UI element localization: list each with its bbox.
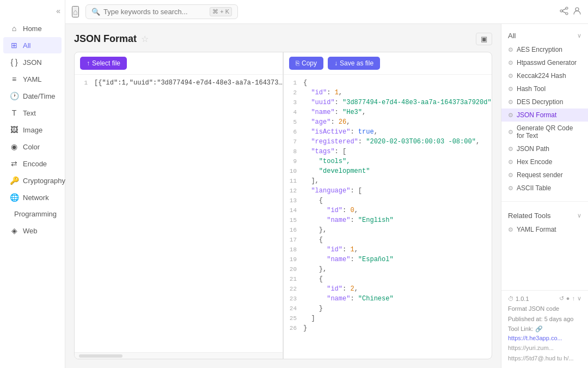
right-tool-keccak[interactable]: ⚙Keccak224 Hash [501,69,588,82]
sidebar-item-label: Network [23,194,49,202]
footer-tool-link: Tool Link: 🔗 https://t.he3app.co... [508,324,581,342]
sidebar-item-yaml[interactable]: ≡YAML [3,71,62,87]
right-tool-jsonformat[interactable]: ⚙JSON Format [501,108,588,122]
search-box: 🔍 ⌘ + K [85,4,238,19]
tool-link-url[interactable]: https://t.he3app.co... [508,335,562,341]
upload-footer-icon[interactable]: ↑ [572,295,575,302]
sidebar-item-encode[interactable]: ⇄Encode [3,155,62,172]
table-row: 12 "language": [ [284,187,492,197]
search-input[interactable] [103,8,206,16]
table-row: 21 { [284,275,492,285]
left-code-area[interactable]: 1 [{"id":1,"uuid":"3d877494-e7d4-48e3-aa… [75,75,283,352]
table-row: 25 ] [284,315,492,324]
table-row: 1{ [284,79,492,89]
select-file-button[interactable]: ↑ Select file [80,57,127,70]
table-row: 26} [284,324,492,334]
related-section-header[interactable]: Related Tools ∨ [501,208,588,223]
related-tool-yaml[interactable]: ⚙YAML Format [501,223,588,236]
right-code-area[interactable]: 1{2 "id": 1,3 "uuid": "3d877494-e7d4-48e… [284,75,492,359]
panel-toggle-button[interactable]: ▣ [476,33,492,45]
right-tool-hash[interactable]: ⚙Hash Tool [501,82,588,95]
right-tool-hexencode[interactable]: ⚙Hex Encode [501,155,588,168]
table-row: 17 { [284,236,492,246]
sidebar-item-datetime[interactable]: 🕐Date/Time [3,88,62,104]
table-row: 3 "uuid": "3d877494-e7d4-48e3-aa7a-16437… [284,99,492,108]
svg-point-0 [566,7,568,9]
text-icon: T [10,108,19,117]
sidebar-item-text[interactable]: TText [3,105,62,121]
all-section-header[interactable]: All ∨ [501,28,588,43]
table-row: 14 "id": 0, [284,207,492,216]
sidebar-item-image[interactable]: 🖼Image [3,122,62,138]
sidebar-item-label: Color [23,143,40,151]
crypto-icon: 🔑 [10,176,19,185]
datetime-icon: 🕐 [10,92,19,100]
image-icon: 🖼 [10,125,19,134]
editors-container: ↑ Select file 1 [{"id":1,"uuid":"3d87749… [74,52,492,359]
version-label: ⏱ 1.0.1 [508,295,529,302]
right-tool-jsonpath[interactable]: ⚙JSON Path [501,142,588,155]
sidebar-item-label: Date/Time [23,92,55,100]
tool-icon-jsonformat: ⚙ [508,112,513,119]
share-button[interactable] [560,7,568,17]
right-sidebar: All ∨ ⚙AES Encryption⚙Htpasswd Generator… [501,24,588,368]
footer-icons: ↺ ● ↑ ∨ [559,295,581,302]
related-section: Related Tools ∨ ⚙YAML Format [501,204,588,240]
sidebar-item-home[interactable]: ⌂Home [3,20,62,37]
right-tool-htpasswd[interactable]: ⚙Htpasswd Generator [501,56,588,69]
right-tool-des[interactable]: ⚙DES Decryption [501,95,588,108]
sidebar-item-color[interactable]: ◉Color [3,138,62,155]
sidebar-item-json[interactable]: { }JSON [3,54,62,70]
yaml-icon: ≡ [10,75,19,83]
dot-icon: ● [566,295,570,302]
main-content: ⌂ 🔍 ⌘ + K JSON Format ☆ ▣ [65,0,588,368]
chevron-footer-icon[interactable]: ∨ [577,295,581,302]
footer-extra2: https://5td7@.hud tu h/... [508,354,581,363]
sidebar-collapse-button[interactable]: « [56,7,60,15]
tool-icon-des: ⚙ [508,99,513,106]
table-row: 22 "id": 2, [284,285,492,295]
left-scrollbar[interactable] [75,352,283,359]
right-tool-qrcode[interactable]: ⚙Generate QR Code for Text [501,122,588,142]
sidebar-item-programming[interactable]: Programming [3,206,62,222]
sidebar-item-label: Encode [23,160,47,168]
tool-icon-jsonpath: ⚙ [508,146,513,153]
sidebar-item-all[interactable]: ⊞All [3,37,62,53]
tool-icon-htpasswd: ⚙ [508,59,513,67]
tool-icon-hexencode: ⚙ [508,159,513,166]
left-toolbar: ↑ Select file [75,52,283,75]
refresh-icon[interactable]: ↺ [559,295,564,302]
sidebar-collapse-area: « [0,4,65,20]
user-button[interactable] [573,7,581,17]
input-line-1: 1 [{"id":1,"uuid":"3d877494-e7d4-48e3-aa… [75,79,283,89]
search-icon: 🔍 [91,8,100,16]
svg-point-2 [566,13,568,15]
related-label: Related Tools [508,212,551,220]
tool-icon-reqsender: ⚙ [508,172,513,179]
right-tool-ascii[interactable]: ⚙ASCII Table [501,182,588,195]
table-row: 19 "name": "Español" [284,256,492,266]
right-tool-aes[interactable]: ⚙AES Encryption [501,43,588,56]
tool-label-aes: AES Encryption [517,46,562,53]
home-button[interactable]: ⌂ [72,6,79,17]
table-row: 15 "name": "English" [284,216,492,226]
table-row: 5 "age": 26, [284,118,492,128]
topbar-actions [560,7,581,17]
save-file-button[interactable]: ↓ Save as file [328,57,380,70]
sidebar-item-label: Web [23,227,38,235]
editor-left: ↑ Select file 1 [{"id":1,"uuid":"3d87749… [75,52,283,359]
sidebar-item-crypto[interactable]: 🔑Cryptography [3,172,62,189]
right-toolbar: ⎘ Copy ↓ Save as file [284,52,492,75]
sidebar-item-network[interactable]: 🌐Network [3,189,62,206]
right-tool-reqsender[interactable]: ⚙Request sender [501,168,588,182]
tool-icon-qrcode: ⚙ [508,129,513,136]
copy-button[interactable]: ⎘ Copy [289,57,323,70]
tool-label-hexencode: Hex Encode [517,158,552,166]
sidebar-item-web[interactable]: ◈Web [3,222,62,239]
table-row: 6 "isActive": true, [284,128,492,138]
svg-point-1 [560,10,562,12]
download-icon: ↓ [334,59,338,67]
star-icon[interactable]: ☆ [141,34,149,44]
tool-icon-hash: ⚙ [508,86,513,93]
sidebar-item-label: JSON [23,58,42,67]
